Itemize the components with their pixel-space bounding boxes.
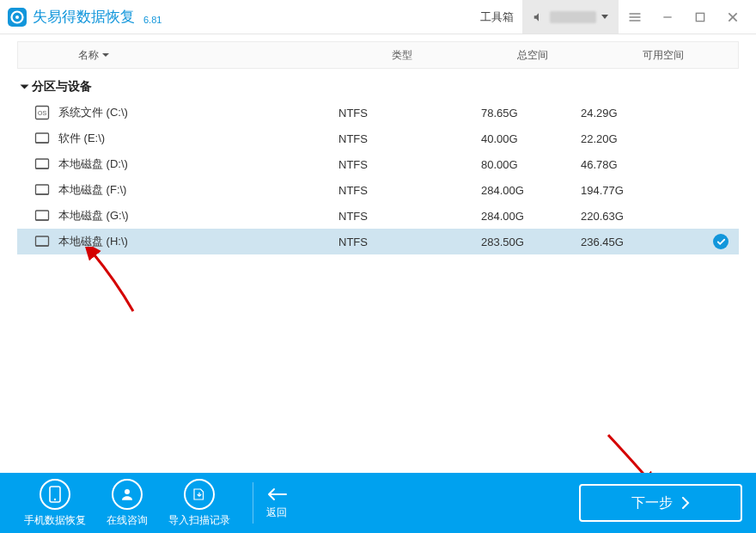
col-total-header[interactable]: 总空间 [477,48,588,63]
app-logo-wrap: 失易得数据恢复 6.81 [7,7,162,28]
os-drive-icon: OS [34,105,50,120]
disk-drive-icon [34,208,50,224]
svg-point-19 [125,489,130,494]
svg-rect-15 [36,236,49,246]
drive-total: 40.00G [481,132,581,145]
svg-rect-11 [36,185,49,194]
annotation-arrow [82,247,142,316]
drive-total: 284.00G [481,210,581,223]
titlebar: 失易得数据恢复 6.81 工具箱 [0,0,756,34]
drive-row[interactable]: 本地磁盘 (F:\)NTFS284.00G194.77G [17,177,739,203]
drive-name: 本地磁盘 (F:\) [58,182,126,198]
svg-point-18 [54,498,56,499]
close-button[interactable] [716,0,749,34]
user-name-blurred [550,11,596,23]
app-title: 失易得数据恢复 [33,7,135,27]
drive-type: NTFS [332,236,481,248]
col-name-header[interactable]: 名称 [18,48,327,63]
drive-type: NTFS [332,210,481,223]
online-support-label: 在线咨询 [107,513,148,528]
drive-free: 46.78G [581,158,680,171]
toolbox-button[interactable]: 工具箱 [472,9,522,25]
drive-total: 78.65G [481,107,581,119]
chevron-right-icon [681,497,690,509]
drive-name: 本地磁盘 (D:\) [58,156,128,172]
drive-free: 24.29G [581,107,680,119]
drive-row[interactable]: 本地磁盘 (D:\)NTFS80.00G46.78G [17,151,739,177]
drive-row[interactable]: 本地磁盘 (G:\)NTFS284.00G220.63G [17,203,739,229]
phone-recovery-button[interactable]: 手机数据恢复 [14,479,96,528]
import-scan-label: 导入扫描记录 [168,513,230,528]
drive-type: NTFS [332,184,481,197]
next-button[interactable]: 下一步 [579,484,742,522]
col-name-label: 名称 [78,48,99,63]
import-scan-button[interactable]: 导入扫描记录 [158,479,241,528]
drive-total: 284.00G [481,184,581,197]
drive-free: 22.20G [581,132,680,145]
minimize-button[interactable] [651,0,684,34]
drive-row[interactable]: OS系统文件 (C:\)NTFS78.65G24.29G [17,100,739,126]
col-type-header[interactable]: 类型 [327,48,477,63]
footer-bar: 手机数据恢复 在线咨询 导入扫描记录 返回 下一步 [0,473,756,533]
drive-free: 236.45G [581,236,680,248]
section-partitions[interactable]: 分区与设备 [0,69,756,100]
app-logo-icon [7,7,27,28]
online-support-button[interactable]: 在线咨询 [96,479,158,528]
disk-drive-icon [34,234,50,249]
svg-point-2 [15,15,19,19]
next-label: 下一步 [631,494,673,512]
section-label: 分区与设备 [32,79,92,95]
disk-drive-icon [34,182,50,198]
speaker-icon [533,11,545,23]
svg-text:OS: OS [38,110,46,116]
disk-drive-icon [34,156,50,172]
col-free-header[interactable]: 可用空间 [588,48,738,63]
drive-list: OS系统文件 (C:\)NTFS78.65G24.29G软件 (E:\)NTFS… [17,100,739,254]
drive-name: 系统文件 (C:\) [58,105,128,120]
disk-drive-icon [34,131,50,146]
drive-total: 283.50G [481,236,581,248]
maximize-button[interactable] [684,0,716,34]
drive-row[interactable]: 软件 (E:\)NTFS40.00G22.20G [17,126,739,151]
selected-check-icon [713,234,729,249]
app-version: 6.81 [143,15,162,25]
svg-rect-13 [36,211,49,220]
back-label: 返回 [266,505,287,520]
drive-type: NTFS [332,158,481,171]
svg-rect-4 [696,13,704,21]
caret-down-icon [601,15,608,19]
drive-name: 本地磁盘 (H:\) [58,234,128,249]
drive-type: NTFS [332,132,481,145]
drive-total: 80.00G [481,158,581,171]
phone-icon [40,479,70,510]
back-button[interactable]: 返回 [265,487,288,520]
drive-row[interactable]: 本地磁盘 (H:\)NTFS283.50G236.45G [17,229,739,254]
import-icon [184,479,215,510]
drive-free: 220.63G [581,210,680,223]
menu-button[interactable] [619,0,651,34]
titlebar-tools: 工具箱 [472,0,749,34]
section-toggle-icon [21,85,29,89]
back-arrow-icon [265,487,288,502]
user-menu[interactable] [522,0,619,34]
footer-divider [253,482,253,524]
svg-rect-7 [36,133,49,143]
svg-rect-9 [36,159,49,168]
column-header: 名称 类型 总空间 可用空间 [17,41,739,69]
drive-type: NTFS [332,107,481,119]
sort-caret-icon [102,53,109,57]
drive-name: 软件 (E:\) [58,131,105,146]
drive-name: 本地磁盘 (G:\) [58,208,129,224]
drive-free: 194.77G [581,184,680,197]
person-icon [112,479,143,510]
phone-recovery-label: 手机数据恢复 [24,513,86,528]
